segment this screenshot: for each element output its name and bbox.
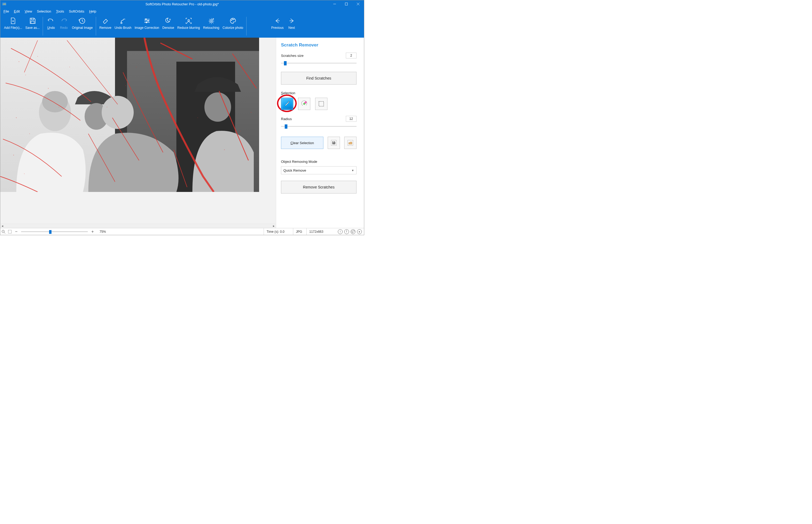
load-selection-button[interactable] bbox=[344, 137, 356, 149]
eraser-color-icon bbox=[301, 100, 308, 108]
window-title: SoftOrbits Photo Retoucher Pro - old-pho… bbox=[0, 2, 364, 6]
svg-rect-8 bbox=[31, 21, 34, 23]
svg-point-31 bbox=[102, 96, 134, 129]
svg-point-47 bbox=[136, 67, 137, 67]
svg-point-50 bbox=[198, 117, 198, 118]
svg-point-21 bbox=[232, 19, 233, 20]
redo-icon bbox=[60, 16, 68, 26]
undo-button[interactable]: Undo bbox=[45, 16, 57, 30]
history-icon bbox=[79, 16, 86, 26]
svg-point-18 bbox=[210, 19, 213, 23]
svg-rect-7 bbox=[31, 18, 34, 20]
app-icon bbox=[2, 2, 7, 6]
chevron-down-icon: ▼ bbox=[352, 169, 354, 172]
radius-slider[interactable] bbox=[281, 124, 356, 129]
eraser-icon bbox=[102, 16, 109, 26]
minimize-button[interactable] bbox=[329, 0, 340, 8]
marker-icon bbox=[284, 100, 291, 107]
menu-help[interactable]: Help bbox=[89, 9, 96, 13]
youtube-link[interactable]: ▸ bbox=[357, 229, 362, 234]
colorize-photo-button[interactable]: Colorize photo bbox=[221, 16, 245, 30]
marker-tool-button[interactable] bbox=[281, 98, 293, 110]
close-button[interactable] bbox=[352, 0, 364, 8]
scroll-left-icon[interactable]: ◄ bbox=[0, 224, 4, 228]
remove-scratches-button[interactable]: Remove Scratches bbox=[281, 181, 356, 194]
app-window: SoftOrbits Photo Retoucher Pro - old-pho… bbox=[0, 0, 364, 235]
find-scratches-button[interactable]: Find Scratches bbox=[281, 72, 356, 85]
gear-sparkle-icon bbox=[208, 16, 215, 26]
zoom-out-button[interactable]: − bbox=[13, 229, 19, 235]
save-icon bbox=[29, 16, 36, 26]
menu-file[interactable]: File bbox=[3, 9, 9, 13]
svg-rect-0 bbox=[2, 3, 6, 5]
zoom-slider[interactable] bbox=[21, 229, 88, 234]
object-removing-mode-label: Object Removing Mode bbox=[281, 160, 356, 164]
svg-rect-57 bbox=[333, 142, 334, 142]
zoom-reset-button[interactable]: 1 bbox=[0, 229, 7, 235]
marquee-icon bbox=[318, 101, 324, 107]
format-readout: JPG bbox=[293, 228, 306, 235]
undo-icon bbox=[47, 16, 55, 26]
svg-point-14 bbox=[146, 19, 147, 20]
zoom-in-button[interactable]: + bbox=[89, 229, 96, 235]
panel-heading: Scratch Remover bbox=[281, 43, 356, 48]
scratches-size-input[interactable]: 2 bbox=[346, 53, 356, 59]
titlebar: SoftOrbits Photo Retoucher Pro - old-pho… bbox=[0, 0, 364, 8]
previous-button[interactable]: Previous bbox=[270, 16, 285, 30]
redo-button[interactable]: Redo bbox=[57, 16, 70, 30]
twitter-link[interactable] bbox=[351, 229, 355, 234]
add-files-button[interactable]: Add File(s)... bbox=[2, 16, 24, 30]
save-as-button[interactable]: Save as... bbox=[24, 16, 41, 30]
facebook-link[interactable]: f bbox=[344, 229, 349, 234]
photo-content bbox=[0, 38, 259, 192]
remove-button[interactable]: Remove bbox=[98, 16, 113, 30]
svg-point-10 bbox=[121, 22, 122, 24]
reduce-blurring-button[interactable]: Reduce blurring bbox=[176, 16, 202, 30]
svg-text:1: 1 bbox=[3, 230, 4, 232]
menu-softorbits[interactable]: SoftOrbits bbox=[69, 9, 84, 13]
svg-rect-55 bbox=[319, 101, 324, 106]
menu-edit[interactable]: Edit bbox=[14, 9, 20, 13]
save-selection-icon bbox=[331, 140, 337, 146]
object-removing-mode-combo[interactable]: Quick Remove ▼ bbox=[281, 166, 356, 174]
svg-point-52 bbox=[240, 131, 241, 131]
menu-selection[interactable]: Selection bbox=[37, 9, 51, 13]
menu-view[interactable]: View bbox=[24, 9, 32, 13]
undo-brush-button[interactable]: Undo Brush bbox=[113, 16, 133, 30]
svg-point-17 bbox=[188, 19, 189, 21]
svg-rect-2 bbox=[345, 3, 348, 5]
statusbar: 1 − + 75% Time (s): 0.0 JPG 1172x663 i f… bbox=[0, 228, 364, 235]
next-button[interactable]: Next bbox=[285, 16, 298, 30]
fit-window-button[interactable] bbox=[7, 229, 13, 235]
svg-point-37 bbox=[59, 107, 59, 107]
menu-tools[interactable]: Tools bbox=[56, 9, 64, 13]
svg-point-32 bbox=[204, 92, 231, 122]
svg-point-15 bbox=[148, 20, 149, 21]
svg-point-48 bbox=[160, 117, 160, 118]
horizontal-scrollbar[interactable]: ◄ ► bbox=[0, 224, 276, 228]
scratches-size-slider[interactable] bbox=[281, 61, 356, 65]
maximize-button[interactable] bbox=[340, 0, 352, 8]
image-canvas[interactable] bbox=[0, 38, 276, 224]
svg-point-20 bbox=[231, 20, 232, 21]
svg-line-60 bbox=[4, 232, 5, 233]
info-link[interactable]: i bbox=[338, 229, 343, 234]
time-readout: Time (s): 0.0 bbox=[264, 228, 293, 235]
palette-icon bbox=[229, 16, 237, 26]
focus-person-icon bbox=[185, 16, 192, 26]
retouching-button[interactable]: Retouching bbox=[201, 16, 221, 30]
denoise-button[interactable]: Denoise bbox=[161, 16, 176, 30]
original-image-button[interactable]: Original Image bbox=[70, 16, 94, 30]
eraser-tool-button[interactable] bbox=[298, 98, 310, 110]
svg-point-43 bbox=[83, 91, 83, 91]
moon-sparkle-icon bbox=[165, 16, 172, 26]
marquee-tool-button[interactable] bbox=[315, 98, 327, 110]
image-correction-button[interactable]: Image Correction bbox=[133, 16, 161, 30]
scroll-right-icon[interactable]: ► bbox=[272, 224, 276, 228]
add-file-icon bbox=[9, 16, 17, 26]
svg-point-33 bbox=[19, 61, 19, 62]
clear-selection-button[interactable]: Clear Selection bbox=[281, 137, 323, 149]
radius-input[interactable]: 12 bbox=[346, 116, 356, 122]
save-selection-button[interactable] bbox=[328, 137, 340, 149]
zoom-value: 75% bbox=[100, 230, 106, 233]
